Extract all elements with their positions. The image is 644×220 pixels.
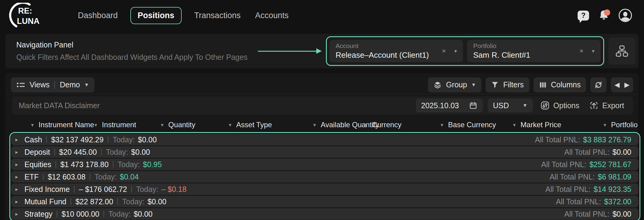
help-icon[interactable]: ? <box>578 11 589 21</box>
column-menu-caret-icon[interactable]: ▼ <box>603 122 607 128</box>
column-menu-caret-icon[interactable]: ▼ <box>228 122 232 128</box>
row-expander-icon[interactable]: ▸ <box>15 161 24 168</box>
arrow-head <box>316 48 322 54</box>
refresh-button[interactable] <box>590 77 607 92</box>
column-header[interactable]: ▼ Available Quantity <box>312 121 364 129</box>
export-button[interactable]: Export <box>587 101 626 110</box>
market-data-disclaimer[interactable]: Market DATA Disclaimer <box>19 101 100 110</box>
group-name: ETF <box>24 173 39 181</box>
portfolio-caret-icon[interactable]: ▾ <box>592 48 595 54</box>
widget-toolbar: Views Demo ▼ Group ▼ Filters <box>5 76 639 94</box>
column-header[interactable]: ▼ Currency <box>364 121 440 129</box>
group-row[interactable]: ▸ Mutual Fund $22 872.00 Today: $0.00 Al… <box>11 196 639 207</box>
column-menu-caret-icon[interactable]: ▼ <box>512 122 517 128</box>
pnl-label: All Total PNL: <box>564 148 610 157</box>
nav-tab[interactable]: Positions <box>130 7 182 24</box>
row-divider <box>46 136 47 143</box>
row-expander-icon[interactable]: ▸ <box>15 211 24 217</box>
views-button[interactable]: Views Demo ▼ <box>11 77 94 92</box>
filter-funnel-icon <box>491 81 499 89</box>
group-layers-icon <box>433 81 442 89</box>
portfolio-select[interactable]: Portfolio Sam R. Client#1 × ▾ <box>467 40 601 62</box>
pnl-value: $6 981.09 <box>598 173 631 181</box>
pnl-group: All Total PNL: $0.00 <box>564 210 631 218</box>
account-select[interactable]: Account Release–Account (Client1) × ▾ <box>330 40 463 62</box>
logo-line2: LUNA <box>17 17 40 26</box>
row-expander-icon[interactable]: ▸ <box>15 199 24 205</box>
nav-tab[interactable]: Dashboard <box>76 7 120 24</box>
column-header[interactable]: ▼ Asset Type <box>228 121 312 129</box>
column-menu-caret-icon[interactable]: ▼ <box>30 122 35 128</box>
column-menu-caret-icon[interactable]: ▼ <box>440 122 444 128</box>
currency-select[interactable]: USD ▼ <box>488 99 533 112</box>
hierarchy-button[interactable] <box>608 37 636 65</box>
subbar-right-group: 2025.10.03 USD ▼ Options <box>416 99 626 112</box>
group-total-value: – $176 062.72 <box>79 185 127 194</box>
today-label: Today: <box>118 160 140 169</box>
column-header[interactable]: ▼ Quantity <box>160 121 228 129</box>
options-button[interactable]: Options <box>538 101 582 110</box>
pnl-value: $0.00 <box>612 210 631 218</box>
group-row[interactable]: ▸ ETF $12 603.08 Today: $0.04 All Total … <box>11 171 639 183</box>
column-label: Currency <box>372 121 401 129</box>
column-header[interactable]: ▼ Base Currency <box>440 121 512 129</box>
today-label: Today: <box>94 173 117 181</box>
column-menu-caret-icon[interactable]: ▼ <box>94 122 98 128</box>
today-value: $0.00 <box>138 135 157 144</box>
column-header[interactable]: ▼ Market Price <box>512 121 603 129</box>
prev-page-icon[interactable]: ◀ <box>614 81 620 89</box>
pnl-value: $0.00 <box>612 148 631 157</box>
today-label: Today: <box>106 148 128 157</box>
column-menu-caret-icon[interactable]: ▼ <box>160 122 164 128</box>
column-header[interactable]: ▼ Instrument <box>94 121 160 129</box>
group-row[interactable]: ▸ Equities $1 473 178.80 Today: $0.95 Al… <box>11 159 639 170</box>
date-picker[interactable]: 2025.10.03 <box>416 99 483 112</box>
nav-tab-label: Accounts <box>255 11 289 20</box>
options-label: Options <box>553 101 579 110</box>
row-expander-icon[interactable]: ▸ <box>15 174 24 180</box>
group-button[interactable]: Group ▼ <box>428 77 481 92</box>
pnl-label: All Total PNL: <box>556 197 601 206</box>
row-expander-icon[interactable]: ▸ <box>15 186 24 192</box>
row-divider <box>43 173 43 180</box>
account-caret-icon[interactable]: ▾ <box>454 48 457 54</box>
filters-button[interactable]: Filters <box>486 77 529 92</box>
columns-button[interactable]: Columns <box>534 77 586 92</box>
views-caret-icon: ▼ <box>84 82 89 88</box>
columns-icon <box>539 81 547 89</box>
main-nav: Dashboard Positions Transactions Account… <box>76 7 290 24</box>
group-total-value: $12 603.08 <box>48 173 85 181</box>
pnl-label: All Total PNL: <box>550 173 595 181</box>
account-clear-icon[interactable]: × <box>442 47 446 55</box>
page-nav-button[interactable]: ◀ ▶ <box>611 77 633 92</box>
row-expander-icon[interactable]: ▸ <box>15 149 24 155</box>
nav-tab[interactable]: Transactions <box>193 7 243 24</box>
next-page-icon[interactable]: ▶ <box>624 81 630 89</box>
column-menu-caret-icon[interactable]: ▼ <box>312 122 317 128</box>
today-label: Today: <box>113 135 135 144</box>
pnl-group: All Total PNL: $3 883 276.79 <box>535 135 632 144</box>
notifications-bell-icon[interactable] <box>598 9 610 22</box>
pnl-label: All Total PNL: <box>564 210 610 218</box>
pnl-group: All Total PNL: $14 923.35 <box>545 185 631 194</box>
today-value: $0.00 <box>148 197 167 206</box>
pnl-value: $14 923.35 <box>594 185 631 194</box>
account-select-text: Account Release–Account (Client1) <box>336 42 442 60</box>
group-row[interactable]: ▸ Fixed Income – $176 062.72 Today: – $0… <box>11 183 639 195</box>
nav-tab[interactable]: Accounts <box>253 7 290 24</box>
column-header[interactable]: ▼ Instrument Name <box>30 121 94 129</box>
user-avatar[interactable] <box>619 9 632 22</box>
avatar-head <box>623 12 627 17</box>
currency-value: USD <box>493 101 509 110</box>
row-expander-icon[interactable]: ▸ <box>15 137 24 143</box>
group-row[interactable]: ▸ Strategy $10 000.00 Today: $0.00 All T… <box>11 208 639 220</box>
org-chart-icon <box>615 44 629 58</box>
portfolio-clear-icon[interactable]: × <box>580 47 584 55</box>
top-right-icons: ? <box>578 9 632 22</box>
column-menu-caret-icon[interactable]: ▼ <box>364 122 368 128</box>
group-row[interactable]: ▸ Deposit $20 445.00 Today: $0.00 All To… <box>11 146 639 158</box>
group-row[interactable]: ▸ Cash $32 137 492.29 Today: $0.00 All T… <box>11 134 639 145</box>
views-value: Demo <box>60 80 80 89</box>
column-header[interactable]: ▼ Portfolio <box>603 121 638 129</box>
brand-logo[interactable]: RE: LUNA <box>6 3 40 28</box>
